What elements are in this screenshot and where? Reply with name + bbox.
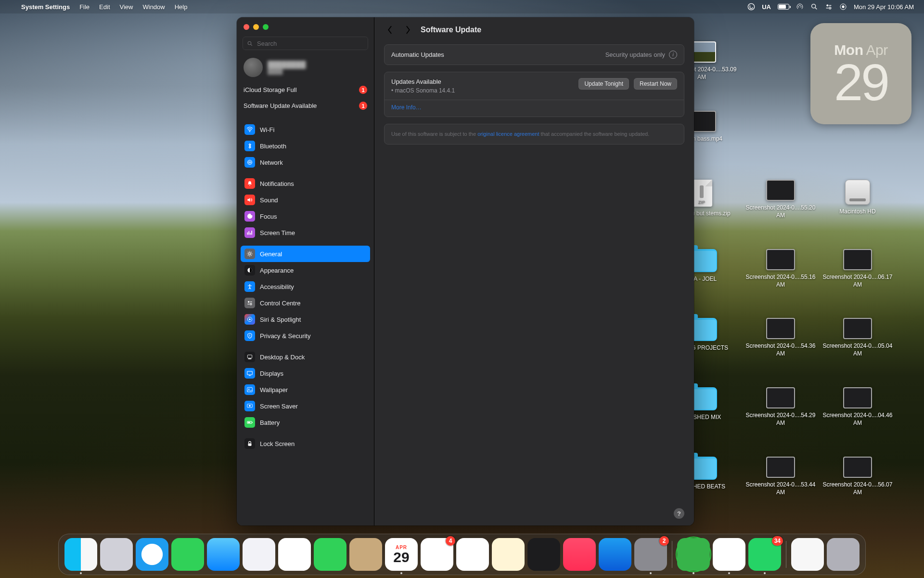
- sidebar-item-network[interactable]: Network: [241, 154, 370, 171]
- nav-forward[interactable]: [402, 24, 414, 36]
- dock-photos[interactable]: [278, 538, 311, 571]
- close-button[interactable]: [244, 24, 249, 30]
- app-menu[interactable]: System Settings: [16, 0, 75, 13]
- dock-reminders[interactable]: 4: [421, 538, 453, 571]
- menu-help[interactable]: Help: [170, 0, 192, 13]
- sidebar-item-focus[interactable]: Focus: [241, 208, 370, 224]
- battery-menubar-icon[interactable]: [774, 0, 793, 13]
- dock-music[interactable]: [563, 538, 596, 571]
- nav-back[interactable]: [384, 24, 396, 36]
- desktop-item[interactable]: Screenshot 2024-0....54.36 AM: [742, 318, 819, 357]
- sidebar-item-controlcentre[interactable]: Control Centre: [241, 295, 370, 311]
- search-input[interactable]: [256, 39, 364, 48]
- more-info-link[interactable]: More Info…: [391, 104, 422, 111]
- sidebar-item-privacy[interactable]: Privacy & Security: [241, 328, 370, 344]
- sidebar-item-battery[interactable]: Battery: [241, 414, 370, 431]
- sidebar-item-accessibility[interactable]: Accessibility: [241, 278, 370, 295]
- zoom-button[interactable]: [263, 24, 269, 30]
- menu-file[interactable]: File: [75, 0, 94, 13]
- svg-rect-32: [248, 422, 250, 423]
- sidebar-item-label: Lock Screen: [260, 440, 295, 447]
- thumbnail-icon: [843, 249, 872, 270]
- calendar-widget[interactable]: MonApr 29: [810, 23, 911, 124]
- desktop-item[interactable]: Macintosh HD: [819, 180, 896, 215]
- dock-notes[interactable]: [492, 538, 525, 571]
- help-button[interactable]: ?: [674, 508, 684, 519]
- alert-icloud-storage[interactable]: iCloud Storage Full 1: [244, 84, 367, 96]
- desktop-item[interactable]: Screenshot 2024-0....55.20 AM: [742, 180, 819, 219]
- dock-facetime[interactable]: [314, 538, 346, 571]
- bluetooth-icon: [244, 141, 255, 151]
- sidebar-item-desktopdock[interactable]: Desktop & Dock: [241, 349, 370, 365]
- apple-menu[interactable]: [7, 0, 16, 13]
- dock-whatsapp[interactable]: 34: [748, 538, 781, 571]
- system-settings-window: ████████ ████ iCloud Storage Full 1 Soft…: [237, 17, 694, 525]
- search-field[interactable]: [243, 37, 368, 50]
- dock-settings[interactable]: 2: [634, 538, 667, 571]
- dock-tv[interactable]: [527, 538, 560, 571]
- menu-view[interactable]: View: [115, 0, 138, 13]
- dock-separator: [786, 541, 786, 568]
- sidebar-item-notifications[interactable]: Notifications: [241, 175, 370, 192]
- sidebar-item-screensaver[interactable]: Screen Saver: [241, 398, 370, 414]
- sidebar-item-wallpaper[interactable]: Wallpaper: [241, 381, 370, 398]
- dock-maps[interactable]: [243, 538, 275, 571]
- dock-trash[interactable]: [827, 538, 860, 571]
- sidebar-item-wifi[interactable]: Wi-Fi: [241, 121, 370, 138]
- update-tonight-button[interactable]: Update Tonight: [578, 78, 629, 90]
- airdrop-menubar-icon[interactable]: [793, 0, 807, 13]
- dock-messages[interactable]: [171, 538, 204, 571]
- dock-chrome[interactable]: [713, 538, 745, 571]
- dock-safari[interactable]: [136, 538, 168, 571]
- desktop-item-label: Macintosh HD: [839, 208, 875, 215]
- spotlight-icon[interactable]: [807, 0, 821, 13]
- dock-calendar[interactable]: APR29: [385, 538, 418, 571]
- menu-window[interactable]: Window: [138, 0, 169, 13]
- dock-mail[interactable]: [207, 538, 240, 571]
- screensaver-icon: [244, 401, 255, 411]
- sidebar-item-siri[interactable]: Siri & Spotlight: [241, 311, 370, 328]
- info-icon[interactable]: i: [669, 51, 677, 59]
- dock-contacts[interactable]: [349, 538, 382, 571]
- alert-software-update[interactable]: Software Update Available 1: [244, 100, 367, 112]
- dock-launchpad[interactable]: [100, 538, 133, 571]
- utorrent-menubar-icon[interactable]: [744, 0, 758, 13]
- svg-point-13: [249, 253, 251, 255]
- licence-link[interactable]: original licence agreement: [477, 131, 539, 137]
- apple-id-row[interactable]: ████████ ████: [237, 56, 374, 84]
- desktop-item[interactable]: Screenshot 2024-0....53.44 AM: [742, 457, 819, 496]
- siri-icon[interactable]: [836, 0, 850, 13]
- dock-utorrent[interactable]: [677, 538, 710, 571]
- sidebar-item-sound[interactable]: Sound: [241, 192, 370, 208]
- dock-freeform[interactable]: [456, 538, 489, 571]
- desktop-item[interactable]: Screenshot 2024-0....54.29 AM: [742, 387, 819, 427]
- dock: APR294234: [58, 534, 866, 575]
- disk-icon: [845, 180, 870, 205]
- desktop-item[interactable]: Screenshot 2024-0....56.07 AM: [819, 457, 896, 496]
- desktop-item[interactable]: Screenshot 2024-0....55.16 AM: [742, 249, 819, 289]
- focus-icon: [244, 211, 255, 222]
- dock-textfile[interactable]: [791, 538, 824, 571]
- desktop-item[interactable]: Screenshot 2024-0....05.04 AM: [819, 318, 896, 357]
- sidebar-item-appearance[interactable]: Appearance: [241, 262, 370, 278]
- sidebar-item-general[interactable]: General: [241, 246, 370, 262]
- control-centre-icon[interactable]: [821, 0, 836, 13]
- sidebar-item-lockscreen[interactable]: Lock Screen: [241, 435, 370, 452]
- restart-now-button[interactable]: Restart Now: [634, 78, 677, 90]
- menubar-clock[interactable]: Mon 29 Apr 10:06 AM: [850, 0, 917, 13]
- menu-edit[interactable]: Edit: [94, 0, 115, 13]
- sidebar-item-bluetooth[interactable]: Bluetooth: [241, 138, 370, 154]
- desktop-item[interactable]: Screenshot 2024-0....04.46 AM: [819, 387, 896, 427]
- dock-finder[interactable]: [64, 538, 97, 571]
- controlcentre-icon: [244, 298, 255, 308]
- minimize-button[interactable]: [253, 24, 259, 30]
- sidebar-item-displays[interactable]: Displays: [241, 365, 370, 381]
- desktop-item[interactable]: Screenshot 2024-0....06.17 AM: [819, 249, 896, 289]
- thumbnail-icon: [843, 318, 872, 339]
- notifications-icon: [244, 178, 255, 189]
- dock-appstore[interactable]: [599, 538, 631, 571]
- sidebar-item-label: Notifications: [260, 180, 294, 187]
- input-source[interactable]: UA: [758, 0, 774, 13]
- sidebar-item-screentime[interactable]: Screen Time: [241, 224, 370, 241]
- svg-rect-26: [247, 387, 253, 392]
